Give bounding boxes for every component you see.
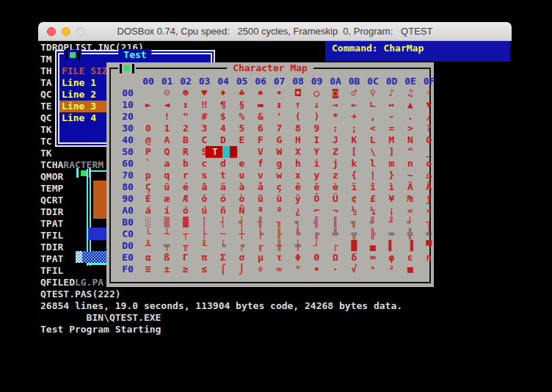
charmap-cell[interactable]: w bbox=[270, 170, 289, 181]
charmap-cell[interactable]: ç bbox=[270, 181, 289, 193]
charmap-cell[interactable]: ↔ bbox=[382, 99, 402, 111]
charmap-cell[interactable]: ┐ bbox=[420, 217, 439, 228]
charmap-cell[interactable]: ♦ bbox=[214, 87, 233, 99]
charmap-cell[interactable]: ■ bbox=[401, 264, 420, 275]
charmap-cell[interactable]: æ bbox=[158, 193, 177, 205]
charmap-cell[interactable]: è bbox=[326, 181, 345, 193]
charmap-cell[interactable]: ▄ bbox=[363, 240, 382, 252]
charmap-cell[interactable]: = bbox=[382, 123, 402, 134]
charmap-cell[interactable]: ┘ bbox=[308, 240, 327, 252]
charmap-cell[interactable]: e bbox=[233, 158, 252, 170]
charmap-cell[interactable]: ∩ bbox=[420, 252, 439, 264]
charmap-cell[interactable]: - bbox=[382, 111, 402, 123]
charmap-cell[interactable]: ╙ bbox=[195, 240, 214, 252]
charmap-cell[interactable]: Γ bbox=[176, 252, 195, 264]
charmap-cell[interactable]: ┌ bbox=[326, 240, 345, 252]
charmap-cell[interactable]: + bbox=[345, 111, 364, 123]
charmap-cell[interactable]: ä bbox=[214, 181, 233, 193]
charmap-cell[interactable]: ◘ bbox=[288, 87, 308, 99]
charmap-cell[interactable]: å bbox=[251, 181, 270, 193]
charmap-cell[interactable]: ♀ bbox=[363, 87, 382, 99]
charmap-cell[interactable]: 1 bbox=[158, 123, 177, 134]
graphics-window-close-icon[interactable] bbox=[76, 168, 91, 178]
charmap-cell[interactable]: → bbox=[326, 99, 345, 111]
charmap-cell[interactable]: Y bbox=[308, 146, 327, 158]
charmap-cell[interactable]: ; bbox=[345, 123, 364, 134]
charmap-cell[interactable]: k bbox=[345, 158, 364, 170]
charmap-cell[interactable]: ↓ bbox=[308, 99, 327, 111]
charmap-cell[interactable]: m bbox=[382, 158, 402, 170]
charmap-cell[interactable]: ╣ bbox=[308, 217, 327, 228]
charmap-cell[interactable]: ▌ bbox=[382, 240, 402, 252]
charmap-cell[interactable]: \ bbox=[363, 146, 382, 158]
charmap-cell[interactable]: ╕ bbox=[288, 217, 308, 228]
charmap-cell[interactable]: ░ bbox=[139, 217, 158, 228]
charmap-cell[interactable]: M bbox=[382, 134, 402, 146]
charmap-cell[interactable]: ╜ bbox=[382, 217, 402, 228]
charmap-cell[interactable]: ╓ bbox=[251, 240, 270, 252]
charmap-cell[interactable]: n bbox=[401, 158, 420, 170]
charmap-cell[interactable]: ¥ bbox=[382, 193, 402, 205]
charmap-cell[interactable]: ¶ bbox=[214, 99, 233, 111]
charmap-cell[interactable]: ¬ bbox=[326, 205, 345, 217]
charmap-cell[interactable]: ¿ bbox=[288, 205, 308, 217]
minimize-button[interactable] bbox=[62, 27, 70, 36]
charmap-cell[interactable]: I bbox=[308, 134, 327, 146]
charmap-cell[interactable]: p bbox=[139, 170, 158, 181]
charmap-cell[interactable]: 5 bbox=[233, 123, 252, 134]
charmap-cell[interactable]: ┴ bbox=[158, 228, 177, 240]
charmap-cell[interactable]: ╖ bbox=[270, 217, 289, 228]
list-item[interactable]: Line 4 bbox=[62, 112, 96, 124]
charmap-cell[interactable]: " bbox=[176, 111, 195, 123]
charmap-cell[interactable]: 8 bbox=[288, 123, 308, 134]
charmap-cell[interactable]: ú bbox=[195, 205, 214, 217]
charmap-cell[interactable]: µ bbox=[251, 252, 270, 264]
charmap-cell[interactable]: z bbox=[326, 170, 345, 181]
charmap-cell[interactable]: ☺ bbox=[158, 87, 177, 99]
charmap-cell[interactable]: φ bbox=[382, 252, 402, 264]
charmap-cell[interactable]: ß bbox=[158, 252, 177, 264]
charmap-cell[interactable]: i bbox=[308, 158, 327, 170]
charmap-cell[interactable]: Ö bbox=[308, 193, 327, 205]
charmap-cell[interactable]: f bbox=[251, 158, 270, 170]
charmap-cell[interactable]: ╪ bbox=[288, 240, 308, 252]
charmap-cell[interactable]: Q bbox=[158, 146, 177, 158]
charmap-cell[interactable]: { bbox=[345, 170, 364, 181]
charmap-cell[interactable]: α bbox=[139, 252, 158, 264]
charmap-cell[interactable]: ◄ bbox=[158, 99, 177, 111]
charmap-cell[interactable]: º bbox=[270, 205, 289, 217]
charmap-cell[interactable]: > bbox=[401, 123, 420, 134]
charmap-cell[interactable]: ╩ bbox=[326, 228, 345, 240]
charmap-cell[interactable]: í bbox=[158, 205, 177, 217]
charmap-cell[interactable]: ⁿ bbox=[363, 264, 382, 275]
charmap-cell[interactable]: ╛ bbox=[401, 217, 420, 228]
charmap-cell[interactable]: ¼ bbox=[363, 205, 382, 217]
charmap-cell[interactable]: ê bbox=[288, 181, 308, 193]
charmap-cell[interactable]: ╫ bbox=[270, 240, 289, 252]
charmap-cell[interactable]: ö bbox=[214, 193, 233, 205]
charmap-cell[interactable]: N bbox=[401, 134, 420, 146]
charmap-cell[interactable]: π bbox=[195, 252, 214, 264]
charmap-cell[interactable]: D bbox=[214, 134, 233, 146]
charmap-cell[interactable]: 9 bbox=[308, 123, 327, 134]
charmap-cell[interactable]: . bbox=[401, 111, 420, 123]
charmap-cell[interactable]: √ bbox=[345, 264, 364, 275]
charmap-cell[interactable]: v bbox=[251, 170, 270, 181]
charmap-cell[interactable]: ± bbox=[158, 264, 177, 275]
charmap-cell[interactable]: 0 bbox=[139, 123, 158, 134]
charmap-cell[interactable]: ▬ bbox=[251, 99, 270, 111]
charmap-cell[interactable]: ▐ bbox=[401, 240, 420, 252]
charmap-cell[interactable]: § bbox=[233, 99, 252, 111]
charmap-cell[interactable]: C bbox=[195, 134, 214, 146]
charmap-cell[interactable]: é bbox=[176, 181, 195, 193]
charmap-cell[interactable]: h bbox=[288, 158, 308, 170]
charmap-cell[interactable]: ù bbox=[270, 193, 289, 205]
charmap-cell[interactable]: q bbox=[158, 170, 177, 181]
charmap-cell[interactable]: & bbox=[251, 111, 270, 123]
charmap-cell[interactable]: ⌂ bbox=[420, 170, 439, 181]
charmap-cell[interactable]: s bbox=[195, 170, 214, 181]
charmap-cell[interactable]: ò bbox=[233, 193, 252, 205]
test-window-close-icon[interactable] bbox=[64, 50, 81, 60]
charmap-cell[interactable]: ↑ bbox=[288, 99, 308, 111]
charmap-cell[interactable]: û bbox=[251, 193, 270, 205]
